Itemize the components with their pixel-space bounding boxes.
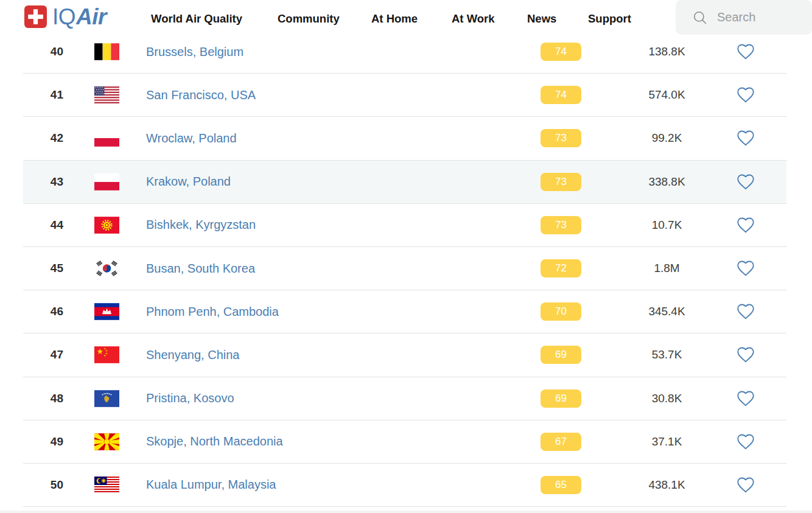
iqair-logo[interactable]: IQAir (24, 5, 107, 28)
iqair-wordmark: IQAir (52, 5, 107, 28)
followers-count: 37.1K (623, 435, 711, 448)
city-link[interactable]: Busan, South Korea (146, 262, 255, 276)
rank-number: 46 (23, 305, 63, 318)
city-link[interactable]: Brussels, Belgium (146, 45, 243, 59)
rank-number: 40 (23, 45, 63, 58)
flag-kyrgyzstan-icon (94, 217, 119, 234)
flag-cambodia-icon (94, 303, 119, 320)
aqi-badge[interactable]: 73 (541, 173, 581, 191)
nav-at-home[interactable]: At Home (371, 0, 418, 35)
city-link[interactable]: Kuala Lumpur, Malaysia (146, 478, 276, 492)
rank-number: 45 (23, 262, 63, 275)
table-row[interactable]: 48 Pristina, Kosovo 69 30.8K (23, 377, 786, 421)
table-row[interactable]: 45 Busan, South Korea 72 1.8M (23, 247, 786, 290)
follow-heart-button[interactable] (737, 130, 755, 147)
rank-number: 49 (23, 435, 63, 448)
city-link[interactable]: Phnom Penh, Cambodia (146, 305, 279, 319)
city-ranking-table: 40 Brussels, Belgium 74 138.8K 41 San Fr… (23, 30, 786, 507)
flag-belgium-icon (94, 43, 119, 60)
followers-count: 1.8M (623, 262, 711, 275)
flag-china-icon (94, 346, 119, 363)
nav-community[interactable]: Community (278, 0, 340, 35)
search-input[interactable] (716, 10, 807, 25)
flag-kosovo-icon (94, 390, 119, 407)
rank-number: 44 (23, 218, 63, 232)
nav-at-work[interactable]: At Work (452, 0, 495, 35)
search-icon (692, 10, 708, 26)
followers-count: 338.8K (623, 175, 711, 189)
follow-heart-button[interactable] (737, 173, 755, 190)
followers-count: 53.7K (623, 348, 711, 361)
rank-number: 48 (23, 392, 63, 405)
flag-poland-icon (94, 173, 119, 190)
flag-poland-icon (94, 130, 119, 147)
aqi-badge[interactable]: 73 (541, 129, 581, 147)
follow-heart-button[interactable] (737, 304, 755, 320)
followers-count: 574.0K (623, 88, 711, 102)
follow-heart-button[interactable] (737, 87, 755, 103)
flag-north-macedonia-icon (94, 433, 119, 450)
table-row[interactable]: 43 Krakow, Poland 73 338.8K (23, 161, 786, 204)
city-link[interactable]: Bishkek, Kyrgyzstan (146, 218, 256, 232)
city-link[interactable]: Krakow, Poland (146, 175, 231, 189)
followers-count: 345.4K (623, 305, 711, 318)
city-link[interactable]: Shenyang, China (146, 348, 239, 362)
follow-heart-button[interactable] (737, 433, 755, 450)
site-header: IQAir World Air Quality Community At Hom… (0, 0, 812, 35)
city-link[interactable]: Wroclaw, Poland (146, 131, 237, 145)
nav-news[interactable]: News (527, 0, 556, 35)
aqi-badge[interactable]: 69 (541, 389, 581, 408)
nav-world-air-quality[interactable]: World Air Quality (151, 0, 242, 35)
aqi-badge[interactable]: 69 (541, 346, 581, 364)
aqi-badge[interactable]: 73 (541, 216, 581, 234)
table-row[interactable]: 42 Wroclaw, Poland 73 99.2K (23, 117, 786, 160)
table-row[interactable]: 49 Skopje, North Macedonia 67 37.1K (23, 421, 786, 464)
flag-usa-icon (94, 86, 119, 103)
rank-number: 41 (23, 88, 63, 102)
city-link[interactable]: Pristina, Kosovo (146, 391, 234, 405)
city-link[interactable]: Skopje, North Macedonia (146, 434, 283, 448)
followers-count: 10.7K (623, 218, 711, 232)
aqi-badge[interactable]: 65 (541, 476, 581, 494)
flag-south-korea-icon (94, 260, 119, 277)
rank-number: 50 (23, 478, 63, 492)
table-row[interactable]: 47 Shenyang, China 69 53.7K (23, 333, 786, 377)
follow-heart-button[interactable] (737, 476, 755, 493)
follow-heart-button[interactable] (737, 347, 755, 363)
follow-heart-button[interactable] (737, 44, 755, 60)
flag-malaysia-icon (94, 476, 119, 494)
rank-number: 47 (23, 348, 63, 361)
table-row[interactable]: 40 Brussels, Belgium 74 138.8K (23, 30, 786, 74)
rank-number: 42 (23, 131, 63, 145)
table-row[interactable]: 50 Kuala Lumpur, Malaysia 65 438.1K (23, 464, 786, 507)
table-row[interactable]: 44 Bishkek, Kyrgyzstan 73 10.7K (23, 204, 786, 247)
aqi-badge[interactable]: 74 (541, 86, 581, 104)
follow-heart-button[interactable] (737, 390, 755, 407)
table-row[interactable]: 46 Phnom Penh, Cambodia 70 345.4K (23, 290, 786, 333)
city-link[interactable]: San Francisco, USA (146, 88, 256, 102)
aqi-badge[interactable]: 72 (541, 259, 581, 277)
rank-number: 43 (23, 175, 63, 189)
nav-support[interactable]: Support (588, 0, 631, 35)
search-box[interactable] (676, 0, 812, 35)
bottom-divider (0, 511, 812, 513)
aqi-badge[interactable]: 67 (541, 433, 581, 451)
followers-count: 30.8K (623, 392, 711, 405)
table-row[interactable]: 41 San Francisco, USA 74 574.0K (23, 74, 786, 117)
follow-heart-button[interactable] (737, 217, 755, 233)
followers-count: 438.1K (623, 478, 711, 492)
iqair-swiss-cross-icon (24, 5, 47, 28)
aqi-badge[interactable]: 74 (541, 43, 581, 61)
iqair-ranking-page: { "header": { "logo": { "iq": "IQ", "air… (0, 0, 812, 513)
followers-count: 138.8K (623, 45, 711, 58)
follow-heart-button[interactable] (737, 260, 755, 277)
followers-count: 99.2K (623, 131, 711, 145)
aqi-badge[interactable]: 70 (541, 302, 581, 321)
